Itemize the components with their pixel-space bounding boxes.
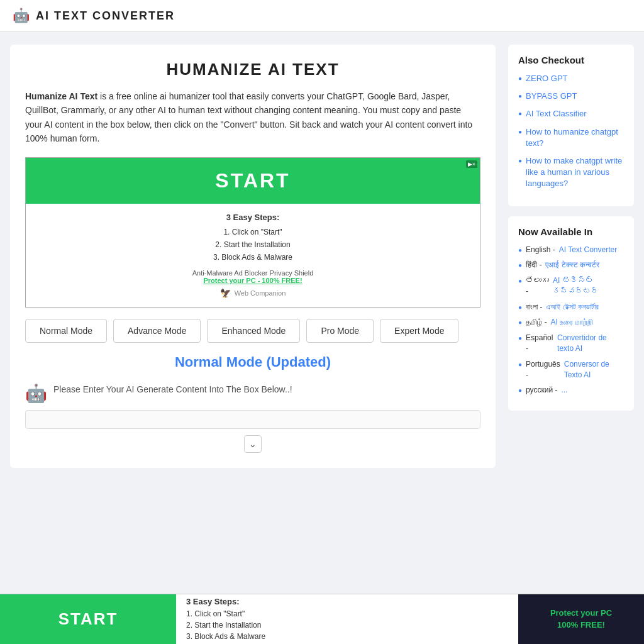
- also-checkout-card: Also Checkout ZERO GPT BYPASS GPT AI Tex…: [508, 45, 634, 206]
- telugu-link[interactable]: AI టెక్స్ట్ కన్వర్టర్: [553, 275, 624, 297]
- logo-text: AI TEXT CONVERTER: [36, 9, 175, 23]
- sidebar: Also Checkout ZERO GPT BYPASS GPT AI Tex…: [508, 45, 634, 411]
- main-wrapper: HUMANIZE AI TEXT Humanize AI Text is a f…: [0, 32, 644, 480]
- list-item: BYPASS GPT: [518, 91, 624, 102]
- input-hint: Please Enter Your AI Generate Content In…: [53, 380, 292, 394]
- ad-step1: 1. Click on "Start": [36, 226, 470, 238]
- ad-step2: 2. Start the Installation: [36, 238, 470, 251]
- language-links: English - AI Text Converter हिंदी - एआई …: [518, 245, 624, 396]
- scroll-hint: ⌄: [25, 435, 480, 453]
- pro-mode-button[interactable]: Pro Mode: [306, 319, 374, 343]
- list-item: English - AI Text Converter: [518, 245, 624, 255]
- list-item: ZERO GPT: [518, 73, 624, 84]
- logo-icon: 🤖: [13, 8, 30, 24]
- expert-mode-button[interactable]: Expert Mode: [380, 319, 458, 343]
- list-item: AI Text Classifier: [518, 108, 624, 119]
- ad-label: ▶×: [466, 160, 477, 168]
- normal-mode-button[interactable]: Normal Mode: [25, 319, 107, 343]
- ad-footer: 🦅 Web Companion: [36, 288, 470, 298]
- enhanced-mode-button[interactable]: Enhanced Mode: [207, 319, 300, 343]
- bengali-link[interactable]: এআই টেক্সট কনভার্টার: [546, 302, 599, 313]
- robot-icon: 🤖: [25, 383, 47, 404]
- page-heading: HUMANIZE AI TEXT: [25, 60, 480, 79]
- available-in-title: Now Available In: [518, 226, 624, 237]
- spanish-link[interactable]: Convertidor de texto AI: [557, 333, 624, 354]
- ad-top: START: [26, 158, 480, 204]
- bypass-gpt-link[interactable]: BYPASS GPT: [526, 91, 577, 102]
- web-companion-icon: 🦅: [220, 288, 231, 298]
- list-item: русский - ...: [518, 385, 624, 396]
- list-item: Español - Convertidor de texto AI: [518, 333, 624, 354]
- also-checkout-title: Also Checkout: [518, 55, 624, 65]
- scroll-down-button[interactable]: ⌄: [244, 435, 262, 453]
- mode-buttons: Normal Mode Advance Mode Enhanced Mode P…: [25, 319, 480, 343]
- ad-steps-label: 3 Easy Steps:: [36, 213, 470, 222]
- ad-step-list: 1. Click on "Start" 2. Start the Install…: [36, 226, 470, 264]
- list-item: தமிழ் - AI உரை மாற்றி: [518, 317, 624, 328]
- list-item: हिंदी - एआई टेक्स्ट कन्वर्टर: [518, 260, 624, 270]
- tamil-link[interactable]: AI உரை மாற்றி: [550, 317, 593, 328]
- humanize-chatgpt-link[interactable]: How to humanize chatgpt text?: [526, 126, 624, 149]
- textarea-partial: [25, 410, 480, 429]
- zero-gpt-link[interactable]: ZERO GPT: [526, 73, 567, 84]
- list-item: తెలుగు - AI టెక్స్ట్ కన్వర్టర్: [518, 275, 624, 297]
- ad-subtitle: Anti-Malware Ad Blocker Privacy Shield P…: [36, 269, 470, 284]
- ad-start-text: START: [37, 169, 469, 192]
- ai-text-classifier-link[interactable]: AI Text Classifier: [526, 108, 587, 119]
- list-item: Português - Conversor de Texto AI: [518, 359, 624, 380]
- ad-step3: 3. Block Ads & Malware: [36, 251, 470, 264]
- intro-text: Humanize AI Text is a free online ai hum…: [25, 89, 480, 146]
- hindi-link[interactable]: एआई टेक्स्ट कन्वर्टर: [545, 260, 599, 270]
- also-checkout-links: ZERO GPT BYPASS GPT AI Text Classifier H…: [518, 73, 624, 190]
- content-area: HUMANIZE AI TEXT Humanize AI Text is a f…: [10, 45, 496, 468]
- input-area: 🤖 Please Enter Your AI Generate Content …: [25, 380, 480, 404]
- advance-mode-button[interactable]: Advance Mode: [113, 319, 201, 343]
- section-heading: Normal Mode (Updated): [25, 354, 480, 370]
- header: 🤖 AI TEXT CONVERTER: [0, 0, 644, 32]
- portuguese-link[interactable]: Conversor de Texto AI: [564, 359, 624, 380]
- list-item: How to make chatgpt write like a human i…: [518, 155, 624, 190]
- russian-link[interactable]: ...: [561, 385, 567, 396]
- ad-banner[interactable]: ▶× START 3 Easy Steps: 1. Click on "Star…: [25, 157, 480, 308]
- list-item: বাংলা - এআই টেক্সট কনভার্টার: [518, 302, 624, 313]
- english-link[interactable]: AI Text Converter: [559, 245, 617, 255]
- chatgpt-human-link[interactable]: How to make chatgpt write like a human i…: [526, 155, 624, 190]
- ad-bottom: 3 Easy Steps: 1. Click on "Start" 2. Sta…: [26, 204, 480, 307]
- list-item: How to humanize chatgpt text?: [518, 126, 624, 149]
- available-in-card: Now Available In English - AI Text Conve…: [508, 216, 634, 411]
